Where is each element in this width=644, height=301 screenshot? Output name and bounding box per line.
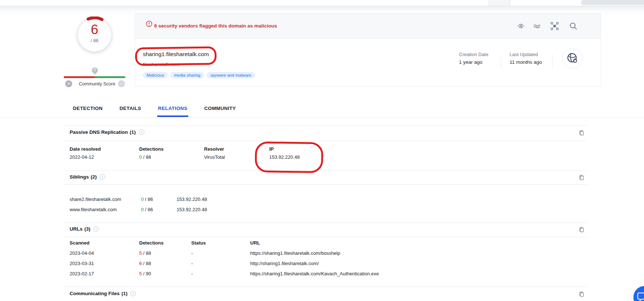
column-header: Scanned (70, 240, 89, 246)
community-vote-bar (64, 76, 125, 78)
tag-malicious[interactable]: Malicious (143, 72, 168, 78)
column-header: Detections (139, 240, 163, 246)
column-header: Detections (139, 146, 163, 152)
section-divider (64, 286, 586, 287)
domain-avatar (562, 48, 583, 69)
malicious-banner: 6 security vendors flagged this domain a… (135, 14, 601, 39)
column-header: Resolver (204, 146, 224, 152)
section-count: (3) (84, 226, 90, 232)
creation-date-label: Creation Date (459, 52, 488, 57)
sibling-detections: 0 / 86 (141, 207, 153, 212)
sibling-domain-link[interactable]: share2.filesharetalk.com (70, 197, 121, 202)
url-link[interactable]: https://sharing1.filesharetalk.com/Kavac… (250, 271, 379, 276)
tabbar-divider (0, 118, 644, 118)
tab-details[interactable]: DETAILS (119, 106, 142, 117)
virustotal-domain-page: 6 / 86 ? ✕ Community Score ✓ 6 security … (0, 0, 644, 301)
tab-bar: DETECTION DETAILS RELATIONS COMMUNITY (72, 106, 237, 117)
tag-list: Malicious media sharing spyware and malw… (143, 72, 255, 78)
urls-header: URLs (3) i (70, 226, 99, 232)
column-header: Date resolved (70, 146, 101, 152)
browser-toolbar-fragment (581, 0, 644, 5)
similarity-waves-icon[interactable] (533, 22, 541, 30)
url-scanned: 2023-02-17 (70, 271, 94, 276)
dns-resolver: VirusTotal (204, 154, 225, 160)
url-status: - (191, 271, 193, 276)
url-link[interactable]: https://sharing1.filesharetalk.com/bossh… (250, 250, 340, 256)
chat-bubble-icon (637, 292, 644, 301)
hairline (0, 13, 644, 13)
last-updated-value: 11 months ago (510, 59, 542, 65)
vote-down-icon[interactable]: ✕ (65, 80, 72, 87)
browser-top-strip (0, 0, 644, 6)
table-divider (64, 237, 586, 237)
detections-total: / 86 (144, 197, 153, 202)
last-updated-label: Last Updated (510, 52, 538, 57)
detections-total: / 88 (142, 250, 151, 256)
domain-name: sharing1.filesharetalk.com (143, 51, 209, 58)
dns-detections: 0 / 86 (139, 154, 151, 160)
copy-icon[interactable] (579, 175, 585, 181)
tag-spyware[interactable]: spyware and malware (207, 72, 255, 78)
domain-header-card: 6 security vendors flagged this domain a… (135, 14, 601, 87)
tag-media-sharing[interactable]: media sharing (170, 72, 204, 78)
feedback-chat-button[interactable] (633, 286, 644, 301)
column-header: Status (191, 240, 206, 246)
tab-detection[interactable]: DETECTION (72, 106, 103, 117)
info-icon[interactable]: i (100, 174, 105, 180)
sibling-ip-link[interactable]: 153.92.220.48 (177, 197, 207, 202)
passive-dns-header: Passive DNS Replication (1) i (70, 129, 144, 135)
dns-date-resolved: 2022-04-12 (70, 154, 94, 160)
info-icon[interactable]: i (130, 291, 136, 296)
url-status: - (191, 261, 193, 266)
graph-icon[interactable] (551, 22, 559, 30)
url-detections: 5 / 90 (139, 271, 151, 276)
sibling-domain-link[interactable]: www.filesharetalk.com (70, 207, 117, 212)
url-link[interactable]: http://sharing1.filesharetalk.com/ (250, 261, 319, 266)
browser-tab-fragment (489, 0, 510, 6)
column-header: URL (250, 240, 260, 246)
globe-link-icon (566, 52, 579, 65)
meta-divider (501, 54, 501, 68)
siblings-header: Siblings (2) i (70, 174, 105, 180)
communicating-files-header: Communicating Files (1) i (70, 291, 136, 296)
detections-total: / 86 (142, 154, 151, 160)
section-count: (1) (130, 129, 136, 135)
score-total: / 86 (77, 38, 112, 43)
creation-date-value: 1 year ago (459, 59, 482, 65)
page-top-shadow (0, 6, 644, 12)
compare-icon[interactable] (517, 22, 525, 30)
section-count: (2) (91, 174, 97, 180)
dns-ip-link[interactable]: 153.92.220.48 (269, 154, 300, 160)
section-title-text: Siblings (70, 174, 89, 180)
detections-total: / 88 (142, 261, 151, 266)
url-scanned: 2023-03-31 (70, 261, 94, 266)
tab-relations[interactable]: RELATIONS (157, 106, 188, 117)
table-divider (64, 141, 586, 141)
section-divider (64, 170, 586, 170)
info-icon[interactable]: i (139, 129, 144, 135)
copy-icon[interactable] (579, 227, 585, 233)
meta-divider (552, 54, 552, 68)
parent-domain[interactable]: filesharetalk.com (143, 62, 180, 67)
copy-icon[interactable] (579, 130, 585, 136)
copy-icon[interactable] (579, 291, 585, 297)
url-status: - (191, 250, 193, 256)
section-title-text: URLs (70, 226, 82, 232)
column-header: IP (269, 146, 274, 152)
score-value: 6 (77, 22, 112, 37)
community-score-label: Community Score (76, 81, 118, 87)
section-count: (1) (122, 291, 128, 296)
alert-icon (146, 21, 152, 27)
search-icon[interactable] (569, 22, 577, 30)
tab-community[interactable]: COMMUNITY (204, 106, 237, 117)
info-icon[interactable]: i (93, 226, 99, 232)
section-title-text: Communicating Files (70, 291, 120, 296)
vote-up-icon[interactable]: ✓ (118, 80, 125, 87)
sibling-ip-link[interactable]: 153.92.220.48 (177, 207, 207, 212)
section-divider (64, 125, 586, 126)
url-detections: 5 / 88 (139, 250, 151, 256)
section-title-text: Passive DNS Replication (70, 129, 128, 135)
banner-message: 6 security vendors flagged this domain a… (154, 23, 277, 29)
section-divider (64, 223, 586, 223)
url-scanned: 2023-04-04 (70, 250, 94, 256)
